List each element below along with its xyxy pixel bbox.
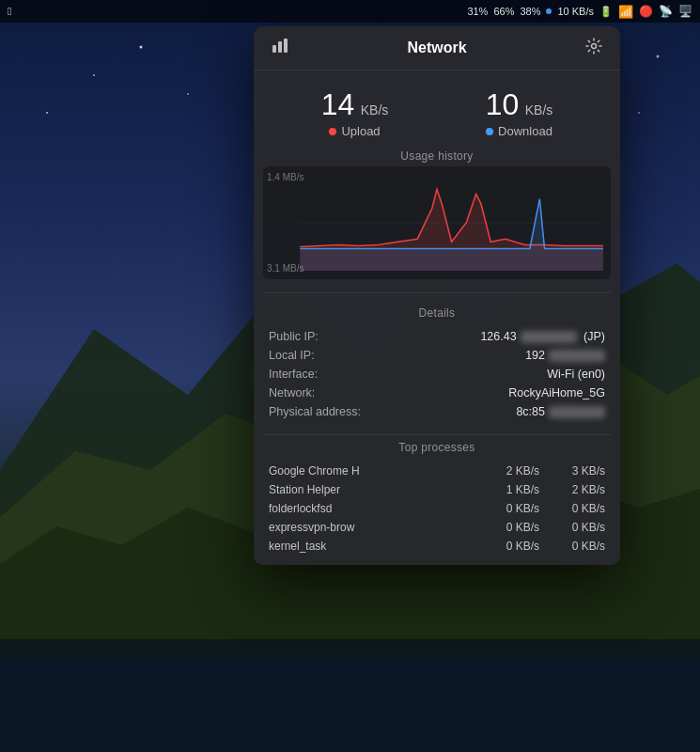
process-name-1: Station Helper [269, 483, 492, 496]
process-download-1: 2 KB/s [558, 483, 605, 496]
battery-icon: 🔋 [599, 6, 613, 18]
detail-value-physical: 8c:85 [516, 405, 605, 418]
menubar-network-speed: 10 KB/s [557, 6, 594, 17]
process-speeds-4: 0 KB/s 0 KB/s [492, 540, 605, 553]
svg-rect-14 [284, 39, 288, 53]
detail-value-interface: Wi-Fi (en0) [547, 368, 605, 381]
panel-title: Network [291, 39, 583, 56]
menu-icon-3: 🖥️ [678, 5, 692, 18]
upload-label-text: Upload [341, 124, 380, 138]
download-label: Download [486, 124, 553, 138]
process-row-4: kernel_task 0 KB/s 0 KB/s [263, 537, 611, 556]
divider-2 [263, 434, 611, 435]
detail-value-public-ip: 126.43 (JP) [480, 330, 605, 343]
menubar:  31% 66% 38% 10 KB/s 🔋 📶 🔴 📡 🖥️ [0, 0, 700, 23]
detail-label-local-ip: Local IP: [269, 349, 372, 362]
processes-section: Top processes Google Chrome H 2 KB/s 3 K… [254, 441, 620, 565]
processes-title: Top processes [263, 441, 611, 454]
detail-row-physical: Physical address: 8c:85 [263, 402, 611, 421]
settings-button[interactable] [583, 38, 605, 58]
detail-row-network: Network: RockyAiHome_5G [263, 384, 611, 402]
svg-rect-12 [272, 45, 276, 53]
detail-value-network: RockyAiHome_5G [508, 386, 605, 400]
menubar-right: 31% 66% 38% 10 KB/s 🔋 📶 🔴 📡 🖥️ [467, 5, 692, 19]
speed-section: 14 KB/s Upload 10 KB/s Download [254, 70, 620, 149]
chart-svg [271, 170, 603, 275]
process-download-2: 0 KB/s [558, 502, 605, 515]
svg-point-3 [187, 93, 189, 95]
chart-label-top: 1.4 MB/s [267, 172, 303, 182]
upload-value-display: 14 KB/s [321, 87, 389, 122]
chart-section: Usage history 1.4 MB/s 3.1 MB/s [254, 149, 620, 287]
detail-value-local-ip: 192 [525, 349, 605, 362]
download-number: 10 [486, 87, 520, 121]
panel-header: Network [254, 26, 620, 70]
svg-point-2 [140, 46, 143, 49]
process-download-4: 0 KB/s [558, 540, 605, 553]
process-row-3: expressvpn-brow 0 KB/s 0 KB/s [263, 518, 611, 537]
upload-label: Upload [321, 124, 389, 138]
process-upload-4: 0 KB/s [492, 540, 539, 553]
cpu-stat-3: 38% [520, 6, 540, 17]
svg-rect-11 [0, 658, 700, 752]
network-dot [546, 8, 552, 14]
chart-title: Usage history [263, 149, 611, 163]
process-name-3: expressvpn-brow [269, 521, 492, 534]
svg-marker-18 [300, 199, 603, 271]
download-unit: KB/s [525, 102, 553, 118]
network-panel: Network 14 KB/s Upload 10 KB/s [254, 26, 620, 565]
menu-icon-2: 📡 [659, 5, 673, 18]
download-value-display: 10 KB/s [486, 87, 553, 122]
process-speeds-3: 0 KB/s 0 KB/s [492, 521, 605, 534]
process-row-1: Station Helper 1 KB/s 2 KB/s [263, 480, 611, 499]
process-upload-2: 0 KB/s [492, 502, 539, 515]
process-row-2: folderlockfsd 0 KB/s 0 KB/s [263, 499, 611, 518]
chart-container: 1.4 MB/s 3.1 MB/s [263, 166, 611, 279]
chart-label-bottom: 3.1 MB/s [267, 263, 303, 274]
divider-1 [263, 292, 611, 293]
details-title: Details [263, 306, 611, 320]
apple-menu[interactable]:  [8, 5, 11, 18]
download-dot [486, 128, 493, 135]
detail-label-physical: Physical address: [269, 405, 372, 418]
detail-row-interface: Interface: Wi-Fi (en0) [263, 365, 611, 384]
process-upload-0: 2 KB/s [492, 464, 539, 478]
detail-label-network: Network: [269, 386, 372, 400]
process-download-3: 0 KB/s [558, 521, 605, 534]
blur-local-ip [549, 350, 605, 362]
process-name-4: kernel_task [269, 540, 492, 553]
process-name-0: Google Chrome H [269, 464, 492, 478]
process-upload-1: 1 KB/s [492, 483, 539, 496]
detail-label-public-ip: Public IP: [269, 330, 372, 343]
detail-row-local-ip: Local IP: 192 [263, 346, 611, 365]
cpu-stat-1: 31% [467, 6, 488, 17]
cpu-stat-2: 66% [493, 6, 514, 17]
wifi-icon: 📶 [618, 5, 633, 19]
process-upload-3: 0 KB/s [492, 521, 539, 534]
detail-label-interface: Interface: [269, 368, 372, 381]
menubar-left:  [8, 5, 11, 18]
process-speeds-2: 0 KB/s 0 KB/s [492, 502, 605, 515]
upload-number: 14 [321, 87, 355, 121]
svg-point-4 [46, 112, 48, 114]
process-download-0: 3 KB/s [558, 464, 605, 478]
svg-point-6 [638, 112, 640, 114]
chart-button[interactable] [269, 38, 291, 58]
process-row-0: Google Chrome H 2 KB/s 3 KB/s [263, 462, 611, 480]
svg-point-1 [93, 74, 95, 76]
blur-public-ip [521, 331, 577, 343]
upload-unit: KB/s [361, 102, 389, 118]
svg-point-5 [657, 55, 660, 58]
process-name-2: folderlockfsd [269, 502, 492, 515]
details-section: Details Public IP: 126.43 (JP) Local IP:… [254, 299, 620, 429]
upload-speed: 14 KB/s Upload [321, 87, 389, 138]
upload-dot [329, 128, 336, 135]
download-label-text: Download [498, 124, 552, 138]
menu-icon-1: 🔴 [639, 5, 653, 18]
svg-rect-13 [278, 41, 282, 53]
blur-physical [549, 406, 605, 418]
download-speed: 10 KB/s Download [486, 87, 553, 138]
process-speeds-1: 1 KB/s 2 KB/s [492, 483, 605, 496]
svg-point-15 [592, 44, 597, 49]
detail-row-public-ip: Public IP: 126.43 (JP) [263, 327, 611, 346]
